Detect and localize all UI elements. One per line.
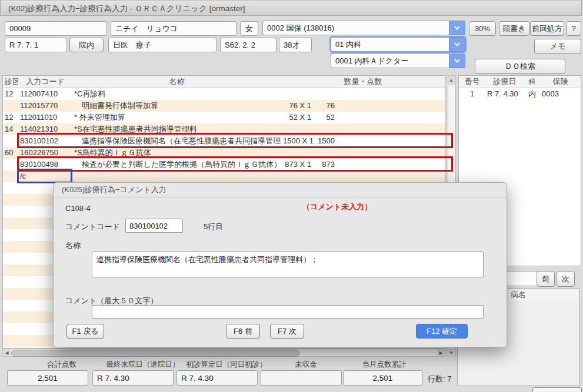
row-count: 行数: 7 [428,374,451,384]
comment-input-dialog: (K025)診療行為−コメント入力 C108-4 （コメント未入力） コメントコ… [53,182,507,347]
section-code-label: C108-4 [65,204,91,213]
cell-shinku [3,241,18,253]
visit-insurance: 0003 [540,88,581,100]
next-visit-button[interactable]: 次 [557,271,575,287]
first-visit-calc-label: 初診算定日（同日初診） [186,360,267,370]
col-header-qty-points: 数量・点数 [281,76,445,88]
f12-confirm-button[interactable]: F12 確定 [416,324,468,339]
line-number-label: 5行目 [204,222,223,232]
help-button[interactable]: ? [566,21,581,36]
col-header-insurance: 保険 [540,76,581,88]
scroll-left-icon[interactable]: ◀ [3,349,11,356]
points-value: 76 [311,100,335,112]
medical-act-table-header: 診区 入力コード 名称 数量・点数 [3,76,445,88]
cell-name: 連携指導保険医療機関名（在宅悪性腫瘍患者共同指導管理料）； [72,135,281,147]
chevron-down-icon[interactable] [449,53,465,68]
cell-shinku [3,100,18,112]
qty-value: 1500 X 1 [283,135,311,147]
innai-button[interactable]: 院内 [69,38,104,52]
cell-shinku: 60 [3,147,18,159]
f1-back-button[interactable]: F1 戻る [66,324,104,339]
atamagaki-button[interactable]: 頭書き [499,21,529,36]
table-row[interactable]: 830100102 連携指導保険医療機関名（在宅悪性腫瘍患者共同指導管理料）；1… [3,135,445,147]
scroll-right-icon[interactable]: ▶ [437,349,445,356]
horizontal-scrollbar-thumb[interactable] [11,350,299,357]
comment-code-label: コメントコード [65,222,120,232]
insurance-combo[interactable]: 0002 国保 (138016) [262,21,465,35]
cell-shinku [3,206,18,217]
unpaid-field [261,370,342,386]
f6-prev-button[interactable]: F6 前 [226,324,260,339]
cell-qty-points: 52 X 152 [281,112,445,123]
cell-shinku: 12 [3,88,18,100]
cell-shinku [3,194,18,206]
points-value [311,88,335,100]
doctor-combo[interactable]: 0001 内科Ａドクター [331,53,465,68]
col-header-shinku: 診区 [3,76,18,88]
cell-input-code: 114021310 [18,123,72,135]
chevron-down-icon[interactable] [449,21,465,35]
visit-row[interactable]: 1R 7. 4.30内0003 [459,88,581,100]
comment-code-input[interactable]: 830100102 [125,219,183,233]
cell-name: 検査が必要と判断した医学的根拠（鳥特異的ＩｇＧ抗体）； [72,159,281,170]
cell-name: *S在宅悪性腫瘍患者共同指導管理料 [72,123,281,135]
cell-qty-points [281,88,445,100]
total-points-label: 合計点数 [47,360,76,370]
cell-qty-points [281,123,445,135]
points-value [311,170,335,182]
chevron-down-icon[interactable] [449,37,465,52]
qty-value: 52 X 1 [283,112,311,123]
burden-rate-button[interactable]: 30% [469,21,496,36]
do-search-button[interactable]: ＤＯ検索 [475,59,565,74]
cell-input-code: 112011010 [18,112,72,123]
table-row[interactable]: /c [3,170,445,182]
insurance-value: 0002 国保 (138016) [262,21,449,35]
col-header-input-code: 入力コード [18,76,72,88]
horizontal-scrollbar[interactable]: ◀ ▶ [2,349,445,357]
table-row[interactable]: 14114021310*S在宅悪性腫瘍患者共同指導管理料 [3,123,445,135]
points-value: 873 [311,159,335,170]
name-textbox[interactable]: 連携指導保険医療機関名（在宅悪性腫瘍患者共同指導管理料）； [92,252,484,277]
table-row[interactable]: 60160226750*S鳥特異的ＩｇＧ抗体 [3,147,445,159]
qty-value: 873 X 1 [283,159,311,170]
cell-qty-points [281,170,445,182]
patient-name-field: ニチイ リョウコ [111,21,236,36]
row-count-label: 行数: [428,374,445,383]
f7-next-button[interactable]: F7 次 [270,324,304,339]
bottom-right-partial-button[interactable] [532,387,582,392]
table-row[interactable]: 112015770 明細書発行体制等加算76 X 176 [3,100,445,112]
comment-input[interactable] [92,305,484,319]
points-value: 1500 [311,135,335,147]
previous-prescription-button[interactable]: 前回処方 [530,21,564,36]
monthly-points-label: 当月点数累計 [362,360,407,370]
cell-input-code: 112015770 [18,100,72,112]
table-row[interactable]: 12112007410*C再診料 [3,88,445,100]
table-row[interactable]: 830100498 検査が必要と判断した医学的根拠（鳥特異的ＩｇＧ抗体）；873… [3,159,445,170]
cell-shinku: 14 [3,123,18,135]
last-visit-field: R 7. 4.30 [92,370,174,386]
cell-shinku [3,135,18,147]
visit-history-header: 番号 診療日 科 保険 [459,76,581,88]
first-visit-calc-field: R 7. 4.30 [176,370,258,386]
points-value: 52 [311,112,335,123]
cell-name: *S鳥特異的ＩｇＧ抗体 [72,147,281,159]
memo-button[interactable]: メモ [534,39,581,54]
birth-date-field: S62. 2. 2 [220,38,276,52]
window-title-bar: (K02)診療行為入力−診療行為入力 - ＯＲＣＡクリニック [ormaster… [0,0,582,16]
cell-input-code: /c [18,170,72,182]
cell-shinku [3,182,18,194]
visit-date-field[interactable]: R 7. 7. 1 [5,38,67,52]
cell-name [72,170,281,182]
qty-value [283,88,311,100]
department-combo[interactable]: 01 内科 [331,37,465,52]
scroll-down-icon[interactable]: ▼ [447,349,455,357]
patient-id-field[interactable]: 00009 [5,21,107,36]
cell-shinku [3,311,18,323]
table-row[interactable]: 12112011010* 外来管理加算52 X 152 [3,112,445,123]
cell-shinku [3,217,18,229]
scroll-up-icon[interactable]: ▲ [447,76,455,84]
qty-value: 76 X 1 [283,100,311,112]
cell-shinku [3,264,18,276]
col-header-visit-date: 診療日 [485,76,524,88]
prev-visit-button[interactable]: 前 [537,271,555,287]
